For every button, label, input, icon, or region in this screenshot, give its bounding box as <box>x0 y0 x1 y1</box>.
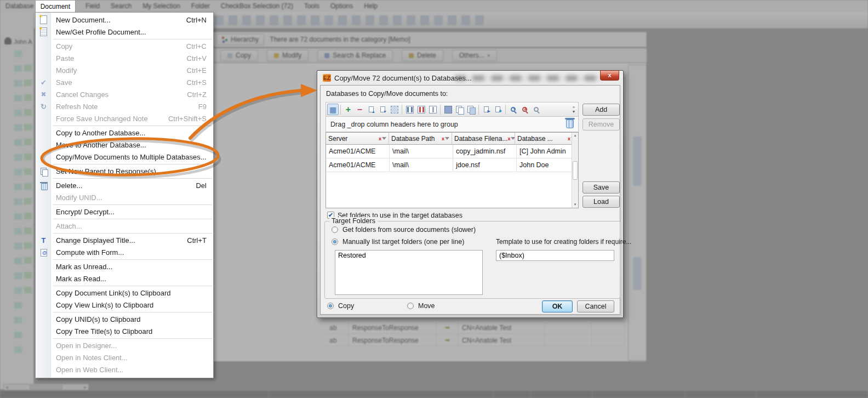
menu-item[interactable]: Open in Designer... <box>36 339 213 351</box>
menu-item[interactable]: Compute with Form... <box>36 246 213 258</box>
menu-item-icon <box>38 128 49 137</box>
column-header[interactable]: Database ... x <box>515 133 578 145</box>
close-button[interactable]: x <box>600 70 619 81</box>
menu-item[interactable]: Paste Ctrl+V <box>36 52 213 64</box>
column-header[interactable]: Server x <box>326 133 389 145</box>
columns-center-icon[interactable] <box>415 104 427 115</box>
menu-item[interactable]: Copy to Another Database... <box>36 127 213 139</box>
delete-trash-icon <box>38 181 49 190</box>
menu-item[interactable]: Move to Another Database... <box>36 139 213 151</box>
menu-item[interactable]: Attach... <box>36 220 213 232</box>
import-icon[interactable]: ✱ <box>492 104 504 115</box>
menu-item[interactable]: Modify UNID... <box>36 191 213 203</box>
select-region-icon[interactable] <box>389 104 400 115</box>
menu-item[interactable]: New/Get Profile Document... <box>36 26 213 38</box>
radio-manual-folders[interactable] <box>332 238 338 245</box>
scrollbar-thumb[interactable] <box>573 161 578 180</box>
table-row[interactable]: Acme01/ACME \mail\ jdoe.nsf John Doe <box>326 158 578 172</box>
refresh-note-icon <box>38 102 49 111</box>
menu-item-icon <box>38 207 49 216</box>
menu-item[interactable]: Copy Ctrl+C <box>36 40 213 52</box>
menu-item[interactable]: Open in Web Client... <box>36 363 213 376</box>
menu-item-shortcut: Ctrl+Shift+S <box>157 115 207 123</box>
ok-button[interactable]: OK <box>542 300 573 312</box>
document-menu: New Document... Ctrl+N New/Get Profile D… <box>35 12 214 378</box>
target-folders-input[interactable]: Restored <box>335 250 483 295</box>
export-icon[interactable]: ▶ <box>481 104 492 115</box>
template-input[interactable] <box>496 250 614 261</box>
columns-left-icon[interactable] <box>404 104 415 115</box>
menu-item-icon <box>38 140 49 149</box>
radio-folders-from-source[interactable] <box>332 226 338 233</box>
table-row[interactable]: Acme01/ACME \mail\ copy_jadmin.nsf [C] J… <box>326 145 578 158</box>
menu-item[interactable]: Encrypt/ Decrypt... <box>36 206 213 218</box>
menu-item[interactable]: New Document... Ctrl+N <box>36 14 213 26</box>
menu-item[interactable]: Mark as Read... <box>36 272 213 285</box>
dialog-titlebar[interactable]: EZ Copy/Move 72 document(s) to Databases… <box>317 71 623 85</box>
filter-icon[interactable]: x <box>442 136 449 141</box>
menu-item-label: Force Save Unchanged Note <box>56 115 148 123</box>
group-by-bar[interactable]: Drag _drop column headers here to group <box>326 117 579 132</box>
send-down-icon[interactable]: ▼ <box>377 104 389 115</box>
menu-item[interactable]: Force Save Unchanged Note Ctrl+Shift+S <box>36 112 213 124</box>
menu-item-label: Mark as Unread... <box>56 263 112 271</box>
table-header-row: Server x Database Path x Database Filena… <box>326 133 578 145</box>
menu-item[interactable]: Cancel Changes Ctrl+Z <box>36 88 213 100</box>
filter-icon[interactable]: x <box>379 136 386 141</box>
copy-page-icon[interactable] <box>454 104 465 115</box>
menu-item[interactable]: Delete... Del <box>36 179 213 191</box>
menu-item-label: New Document... <box>56 16 111 24</box>
menu-item[interactable]: Refresh Note F9 <box>36 100 213 112</box>
menu-item[interactable]: Modify Ctrl+E <box>36 64 213 76</box>
new-document-icon <box>38 15 49 24</box>
scroll-up-icon[interactable]: ▲ <box>572 133 578 139</box>
radio-move-label: Move <box>418 302 435 310</box>
table-scrollbar[interactable]: ▲ ▼ <box>572 133 578 208</box>
save-button[interactable]: Save <box>583 181 620 194</box>
menu-item[interactable]: Copy Document Link(s) to Clipboard <box>36 287 213 299</box>
filter-icon[interactable]: x <box>507 136 515 141</box>
paste-page-icon[interactable] <box>465 104 477 115</box>
save-check-icon <box>38 78 49 87</box>
menu-item-label: Open in Designer... <box>56 342 117 350</box>
zoom-highlight-icon[interactable]: A <box>519 104 530 115</box>
menu-item[interactable]: Change Displayed Title... Ctrl+T <box>36 234 213 246</box>
menu-item-label: Paste <box>56 54 74 62</box>
columns-right-icon[interactable] <box>427 104 438 115</box>
trash-icon[interactable] <box>566 120 574 128</box>
remove-icon[interactable] <box>354 104 366 115</box>
menu-item-shortcut: Ctrl+N <box>175 16 207 24</box>
menu-item[interactable]: Copy UNID(s) to Clipboard <box>36 313 213 325</box>
grid-settings-icon[interactable] <box>327 104 339 115</box>
menu-item[interactable]: Save Ctrl+S <box>36 76 213 88</box>
menu-item[interactable]: Copy View Link(s) to Clipboard <box>36 299 213 311</box>
radio-copy[interactable] <box>327 303 334 309</box>
menu-item-label: Copy/Move Documents to Multiple Database… <box>56 153 207 161</box>
menu-item[interactable]: Set New Parent to Response(s)... <box>36 165 213 177</box>
add-button[interactable]: Add <box>583 104 620 116</box>
menu-item-label: Save <box>56 78 72 87</box>
add-icon[interactable] <box>342 104 354 115</box>
menu-item-icon <box>38 193 49 202</box>
menu-item[interactable]: Copy/Move Documents to Multiple Database… <box>36 151 213 163</box>
menu-item[interactable]: Mark as Unread... <box>36 260 213 272</box>
menu-item-icon <box>38 300 49 309</box>
zoom-in-icon[interactable]: + <box>507 104 519 115</box>
menu-item[interactable]: Copy Tree Title(s) to Clipboard <box>36 325 213 337</box>
send-up-icon[interactable]: ▲ <box>366 104 377 115</box>
load-button[interactable]: Load <box>583 196 620 208</box>
compute-form-icon <box>38 248 49 257</box>
zoom-out-icon[interactable] <box>530 104 542 115</box>
radio-move[interactable] <box>407 303 414 309</box>
block-icon[interactable] <box>442 104 454 115</box>
dialog-app-icon: EZ <box>323 74 331 82</box>
cancel-button[interactable]: Cancel <box>577 300 614 312</box>
redacted-smudge <box>454 75 602 81</box>
menu-item[interactable]: Open in Notes Client... <box>36 351 213 363</box>
copy-move-dialog: EZ Copy/Move 72 document(s) to Databases… <box>317 70 624 318</box>
menubar-item-document[interactable]: Document <box>35 0 76 12</box>
scroll-down-icon[interactable]: ▼ <box>572 202 578 208</box>
column-header[interactable]: Database Filena... x <box>452 133 515 145</box>
toolbar-overflow-icon[interactable]: »▼ <box>570 105 577 114</box>
column-header[interactable]: Database Path x <box>389 133 452 145</box>
